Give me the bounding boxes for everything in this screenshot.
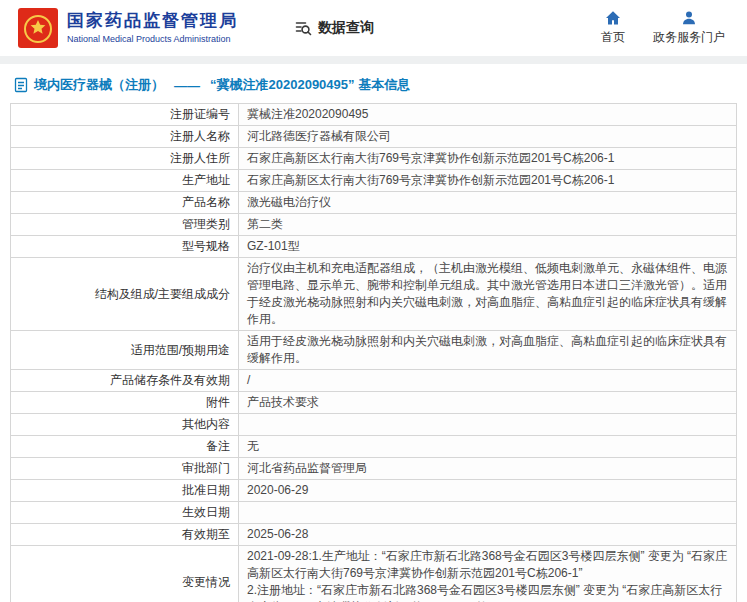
table-row: 注册人名称河北路德医疗器械有限公司 bbox=[11, 126, 737, 148]
table-row: 批准日期2020-06-29 bbox=[11, 480, 737, 502]
row-label: 备注 bbox=[11, 436, 239, 458]
row-value: / bbox=[239, 370, 737, 392]
row-value: 2020-06-29 bbox=[239, 480, 737, 502]
row-label: 注册人住所 bbox=[11, 148, 239, 170]
table-row: 产品名称激光磁电治疗仪 bbox=[11, 192, 737, 214]
row-label: 生产地址 bbox=[11, 170, 239, 192]
table-row: 适用范围/预期用途适用于经皮激光桡动脉照射和内关穴磁电刺激，对高血脂症、高粘血症… bbox=[11, 331, 737, 370]
row-label: 有效期至 bbox=[11, 524, 239, 546]
table-row: 生效日期 bbox=[11, 502, 737, 524]
header-right-nav: 首页 政务服务门户 bbox=[601, 10, 733, 46]
row-value: 2021-09-28:1.生产地址：“石家庄市新石北路368号金石园区3号楼四层… bbox=[239, 546, 737, 602]
row-value: 河北省药品监督管理局 bbox=[239, 458, 737, 480]
user-icon bbox=[681, 10, 697, 26]
row-value: 激光磁电治疗仪 bbox=[239, 192, 737, 214]
site-header: 国家药品监督管理局 National Medical Products Admi… bbox=[0, 0, 747, 56]
brand-text: 国家药品监督管理局 National Medical Products Admi… bbox=[67, 12, 238, 44]
row-value bbox=[239, 414, 737, 436]
row-value: 适用于经皮激光桡动脉照射和内关穴磁电刺激，对高血脂症、高粘血症引起的临床症状具有… bbox=[239, 331, 737, 370]
nav-data-query[interactable]: 数据查询 bbox=[294, 19, 374, 37]
nav-portal-label: 政务服务门户 bbox=[653, 29, 725, 46]
table-row: 管理类别第二类 bbox=[11, 214, 737, 236]
main-content: 境内医疗器械（注册） —— “冀械注准20202090495” 基本信息 注册证… bbox=[0, 64, 747, 602]
table-row: 有效期至2025-06-28 bbox=[11, 524, 737, 546]
agency-name-cn: 国家药品监督管理局 bbox=[67, 12, 238, 31]
row-label: 变更情况 bbox=[11, 546, 239, 602]
document-icon bbox=[14, 77, 28, 93]
table-row: 审批部门河北省药品监督管理局 bbox=[11, 458, 737, 480]
table-row: 备注无 bbox=[11, 436, 737, 458]
row-label: 管理类别 bbox=[11, 214, 239, 236]
row-label: 附件 bbox=[11, 392, 239, 414]
table-row: 产品储存条件及有效期/ bbox=[11, 370, 737, 392]
national-emblem-icon bbox=[18, 8, 58, 48]
row-value: GZ-101型 bbox=[239, 236, 737, 258]
row-label: 产品储存条件及有效期 bbox=[11, 370, 239, 392]
breadcrumb: 境内医疗器械（注册） —— “冀械注准20202090495” 基本信息 bbox=[10, 72, 737, 103]
row-value bbox=[239, 502, 737, 524]
row-value: 河北路德医疗器械有限公司 bbox=[239, 126, 737, 148]
home-icon bbox=[605, 10, 621, 26]
table-row: 结构及组成/主要组成成分治疗仪由主机和充电适配器组成，（主机由激光模组、低频电刺… bbox=[11, 258, 737, 331]
row-label: 审批部门 bbox=[11, 458, 239, 480]
row-label: 产品名称 bbox=[11, 192, 239, 214]
info-table: 注册证编号冀械注准20202090495注册人名称河北路德医疗器械有限公司注册人… bbox=[10, 103, 737, 602]
table-row: 附件产品技术要求 bbox=[11, 392, 737, 414]
nav-home[interactable]: 首页 bbox=[601, 10, 625, 46]
nav-portal[interactable]: 政务服务门户 bbox=[653, 10, 725, 46]
breadcrumb-category: 境内医疗器械（注册） bbox=[34, 76, 164, 94]
row-label: 批准日期 bbox=[11, 480, 239, 502]
row-value: 石家庄高新区太行南大街769号京津冀协作创新示范园201号C栋206-1 bbox=[239, 170, 737, 192]
table-row: 注册人住所石家庄高新区太行南大街769号京津冀协作创新示范园201号C栋206-… bbox=[11, 148, 737, 170]
row-label: 适用范围/预期用途 bbox=[11, 331, 239, 370]
row-label: 注册人名称 bbox=[11, 126, 239, 148]
row-value: 治疗仪由主机和充电适配器组成，（主机由激光模组、低频电刺激单元、永磁体组件、电源… bbox=[239, 258, 737, 331]
breadcrumb-separator: —— bbox=[174, 78, 200, 93]
table-row: 其他内容 bbox=[11, 414, 737, 436]
row-label: 结构及组成/主要组成成分 bbox=[11, 258, 239, 331]
info-table-body: 注册证编号冀械注准20202090495注册人名称河北路德医疗器械有限公司注册人… bbox=[11, 104, 737, 602]
table-row: 变更情况2021-09-28:1.生产地址：“石家庄市新石北路368号金石园区3… bbox=[11, 546, 737, 602]
row-label: 注册证编号 bbox=[11, 104, 239, 126]
row-label: 其他内容 bbox=[11, 414, 239, 436]
agency-name-en: National Medical Products Administration bbox=[67, 34, 238, 44]
row-value: 冀械注准20202090495 bbox=[239, 104, 737, 126]
row-value: 第二类 bbox=[239, 214, 737, 236]
table-row: 型号规格GZ-101型 bbox=[11, 236, 737, 258]
nav-home-label: 首页 bbox=[601, 29, 625, 46]
search-document-icon bbox=[294, 19, 312, 37]
row-value: 2025-06-28 bbox=[239, 524, 737, 546]
row-label: 生效日期 bbox=[11, 502, 239, 524]
page-title: “冀械注准20202090495” 基本信息 bbox=[210, 76, 410, 94]
data-query-label: 数据查询 bbox=[318, 19, 374, 37]
row-value: 无 bbox=[239, 436, 737, 458]
table-row: 注册证编号冀械注准20202090495 bbox=[11, 104, 737, 126]
row-value: 石家庄高新区太行南大街769号京津冀协作创新示范园201号C栋206-1 bbox=[239, 148, 737, 170]
row-label: 型号规格 bbox=[11, 236, 239, 258]
brand: 国家药品监督管理局 National Medical Products Admi… bbox=[18, 8, 238, 48]
table-row: 生产地址石家庄高新区太行南大街769号京津冀协作创新示范园201号C栋206-1 bbox=[11, 170, 737, 192]
row-value: 产品技术要求 bbox=[239, 392, 737, 414]
